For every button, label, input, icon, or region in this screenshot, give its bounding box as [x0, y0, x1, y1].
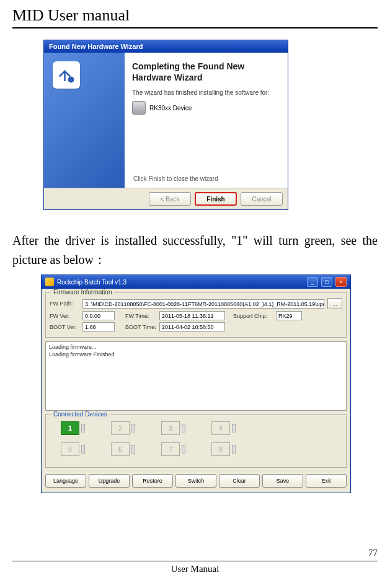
batch-titlebar: Rockchip Batch Tool v1.3 _ □ × — [42, 275, 350, 289]
device-icon — [132, 101, 146, 115]
language-button[interactable]: Language — [45, 474, 86, 488]
restore-button[interactable]: Restore — [132, 474, 173, 488]
boot-ver-value: 1.68 — [82, 322, 115, 331]
fw-time-value: 2011-05-18 11:38:11 — [159, 311, 225, 320]
device-box: 5 — [61, 442, 79, 456]
wizard-hero-icon — [53, 61, 80, 89]
device-box: 6 — [111, 442, 130, 456]
device-light — [131, 424, 135, 432]
footer-label: User Manual — [12, 564, 378, 574]
batch-button-row: Language Upgrade Restore Switch Clear Sa… — [42, 472, 350, 493]
support-chip-label: Support Chip: — [233, 313, 273, 319]
switch-button[interactable]: Switch — [175, 474, 216, 488]
fw-ver-label: FW Ver: — [50, 313, 79, 319]
device-box: 2 — [111, 421, 130, 435]
save-button[interactable]: Save — [262, 474, 303, 488]
boot-time-label: BOOT Time: — [125, 324, 156, 330]
upgrade-button[interactable]: Upgrade — [89, 474, 130, 488]
wizard-device-row: RK30xx Device — [132, 101, 280, 115]
page-number: 77 — [368, 548, 378, 558]
device-slot-3[interactable]: 3 — [161, 421, 185, 435]
maximize-button[interactable]: □ — [321, 277, 332, 287]
svg-point-0 — [69, 77, 74, 82]
minimize-button[interactable]: _ — [307, 277, 318, 287]
fw-path-value: 3. \MID\CD-201108050\FC-8001-0028-11FT6M… — [82, 299, 324, 309]
device-box: 8 — [211, 442, 230, 456]
fw-time-label: FW Time: — [125, 313, 156, 319]
wizard-sidebar — [44, 53, 125, 188]
connected-devices-title: Connected Devices — [51, 411, 110, 418]
log-line: Loading firmware Finished — [49, 351, 343, 359]
batch-tool-window: Rockchip Batch Tool v1.3 _ □ × Firmware … — [41, 274, 351, 493]
device-slot-8[interactable]: 8 — [211, 442, 236, 456]
firmware-group-title: Firmware Information — [51, 289, 114, 296]
app-icon — [45, 278, 54, 286]
device-light — [232, 424, 236, 432]
device-light — [131, 445, 135, 454]
boot-ver-label: BOOT Ver: — [50, 324, 79, 330]
log-line: Loading firmware... — [49, 344, 343, 351]
log-area: Loading firmware... Loading firmware Fin… — [45, 341, 347, 411]
wizard-subtext: The wizard has finished installing the s… — [132, 89, 280, 96]
device-light — [182, 424, 185, 432]
device-slot-6[interactable]: 6 — [111, 442, 135, 456]
wizard-body: Completing the Found New Hardware Wizard… — [44, 53, 288, 188]
fw-path-label: FW Path: — [50, 301, 79, 307]
fw-ver-value: 0.0.00 — [82, 311, 115, 320]
firmware-info-group: Firmware Information FW Path: 3. \MID\CD… — [45, 292, 347, 338]
finish-button[interactable]: Finish — [195, 192, 237, 206]
wizard-button-row: < Back Finish Cancel — [44, 188, 288, 209]
device-light — [81, 424, 85, 432]
connected-devices-group: Connected Devices 1 2 3 4 5 — [45, 415, 347, 468]
device-box: 7 — [161, 442, 180, 456]
body-paragraph: After the driver is installed successful… — [12, 231, 378, 270]
support-chip-value: RK29 — [276, 311, 302, 320]
device-slot-7[interactable]: 7 — [161, 442, 185, 456]
back-button[interactable]: < Back — [149, 192, 191, 206]
device-slot-5[interactable]: 5 — [61, 442, 85, 456]
document-title: MID User manual — [12, 6, 378, 29]
device-light — [232, 445, 236, 454]
device-slot-2[interactable]: 2 — [111, 421, 135, 435]
wizard-finish-hint: Click Finish to close the wizard — [133, 175, 218, 182]
wizard-content: Completing the Found New Hardware Wizard… — [125, 53, 288, 188]
cancel-button[interactable]: Cancel — [241, 192, 283, 206]
clear-button[interactable]: Clear — [219, 474, 260, 488]
close-button[interactable]: × — [335, 277, 347, 287]
device-light — [81, 445, 85, 454]
wizard-titlebar: Found New Hardware Wizard — [44, 40, 288, 53]
device-light — [182, 445, 185, 454]
device-slot-4[interactable]: 4 — [211, 421, 236, 435]
wizard-heading: Completing the Found New Hardware Wizard — [132, 61, 280, 83]
batch-title-text: Rockchip Batch Tool v1.3 — [57, 279, 126, 286]
device-name: RK30xx Device — [149, 105, 192, 112]
device-box: 1 — [61, 421, 79, 435]
device-box: 3 — [161, 421, 180, 435]
boot-time-value: 2011-04-02 10:58:50 — [159, 322, 225, 331]
device-box: 4 — [211, 421, 230, 435]
page-footer: 77 User Manual — [12, 561, 378, 574]
exit-button[interactable]: Exit — [306, 474, 347, 488]
hardware-wizard-window: Found New Hardware Wizard Completing the… — [43, 40, 288, 210]
browse-button[interactable]: ... — [327, 298, 342, 309]
device-slot-1[interactable]: 1 — [61, 421, 85, 435]
